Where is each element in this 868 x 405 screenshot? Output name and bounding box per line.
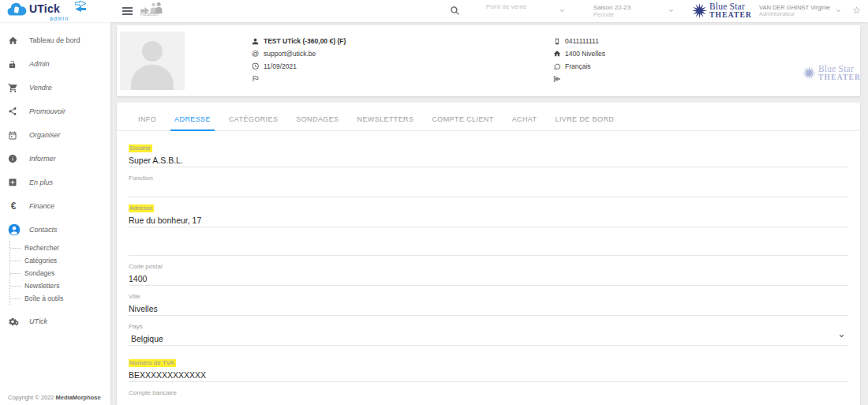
tab-livre-de-bord[interactable]: LIVRE DE BORD xyxy=(551,115,618,131)
cloud-icon xyxy=(6,2,27,17)
tva-input[interactable]: BEXXXXXXXXXXXX xyxy=(129,369,848,382)
sidebar-item-label: Admin xyxy=(29,60,50,68)
speech-bubble-icon xyxy=(552,62,561,70)
tab-newsletters[interactable]: NEWSLETTERS xyxy=(354,115,418,131)
cart-icon xyxy=(8,83,19,93)
blue-star-theater-logo: Blue Star THEATER xyxy=(691,2,752,19)
fonction-field: Fonction xyxy=(129,174,848,197)
main-area: TEST UTick (-360,00 €) (F) @ support@uti… xyxy=(110,22,868,405)
tva-label: Numéro de TVA xyxy=(129,359,848,367)
sidebar-item-newsletters[interactable]: Newsletters xyxy=(10,279,110,292)
copyright: Copyright © 2022 MediaMorphose xyxy=(8,394,101,401)
user-menu[interactable]: VAN DER GHINST Virginie Administrateur xyxy=(759,4,830,17)
contact-send-row xyxy=(552,73,605,85)
sidebar-item-label: Vendre xyxy=(29,84,52,92)
contact-language-row: Français xyxy=(552,60,605,73)
code-postal-input[interactable]: 1400 xyxy=(129,273,848,286)
societe-field: Société Super A.S.B.L. xyxy=(129,144,848,167)
tab-adresse[interactable]: ADRESSE xyxy=(170,115,215,131)
person-circle-icon xyxy=(8,223,19,236)
person-icon xyxy=(251,38,260,45)
plus-square-icon xyxy=(8,178,19,187)
ville-label: Ville xyxy=(129,293,848,301)
info-icon xyxy=(8,154,19,163)
sidebar-item-tableau-de-bord[interactable]: Tableau de bord xyxy=(0,28,110,52)
pays-field: Pays Belgique xyxy=(129,323,848,346)
season-dropdown[interactable]: Saison 22-23 Periode xyxy=(593,4,672,18)
contact-detail-card: INFO ADRESSE CATÉGORIES SONDAGES NEWSLET… xyxy=(117,103,860,405)
user-name: VAN DER GHINST Virginie xyxy=(759,4,830,11)
compte-bancaire-input[interactable] xyxy=(129,399,848,405)
contact-phone-row: 0411111111 xyxy=(552,35,605,47)
adresse-input-line2[interactable] xyxy=(129,227,848,256)
ville-input[interactable]: Nivelles xyxy=(129,303,848,316)
chevron-down-icon xyxy=(838,332,845,339)
chevron-down-icon xyxy=(559,7,566,14)
sidebar-item-label: Informer xyxy=(29,155,56,163)
contact-flag-row xyxy=(251,73,346,85)
address-form: Société Super A.S.B.L. Fonction Adresse … xyxy=(117,131,860,405)
sidebar-item-boite-a-outils[interactable]: Boîte à outils xyxy=(10,292,110,305)
chevron-down-icon xyxy=(668,7,675,14)
adresse-field: Adresse Rue du bonheur, 17 xyxy=(129,204,848,256)
contact-email: support@utick.be xyxy=(264,50,316,58)
sidebar-item-label: Contacts xyxy=(29,226,58,234)
contact-date-row: 11/09/2021 xyxy=(251,60,346,73)
fonction-input[interactable] xyxy=(129,185,848,197)
compte-bancaire-field: Compte bancaire xyxy=(129,389,848,405)
point-de-vente-dropdown[interactable]: Point de vente xyxy=(486,3,565,10)
sidebar-item-label: Promouvoir xyxy=(29,107,65,115)
tab-achat[interactable]: ACHAT xyxy=(508,115,541,131)
sidebar-item-organiser[interactable]: Organiser xyxy=(0,123,110,147)
tab-compte-client[interactable]: COMPTE CLIENT xyxy=(428,115,497,131)
tab-categories[interactable]: CATÉGORIES xyxy=(225,115,282,131)
contact-email-row: @ support@utick.be xyxy=(251,47,346,60)
favorite-star-icon[interactable]: ☆ xyxy=(852,5,861,16)
societe-input[interactable]: Super A.S.B.L. xyxy=(129,155,848,167)
euro-icon: € xyxy=(8,201,19,212)
pays-select[interactable]: Belgique xyxy=(129,333,848,346)
send-icon xyxy=(552,75,561,83)
ville-field: Ville Nivelles xyxy=(129,293,848,316)
sidebar-item-rechercher[interactable]: Rechercher xyxy=(10,242,110,254)
sidebar-item-finance[interactable]: € Finance xyxy=(0,194,110,218)
contacts-subtree: Rechercher Catégories Sondages Newslette… xyxy=(9,242,110,305)
fonction-label: Fonction xyxy=(129,174,848,182)
sidebar-item-promouvoir[interactable]: Promouvoir xyxy=(0,99,110,123)
sidebar-item-en-plus[interactable]: En plus xyxy=(0,171,110,194)
reseller-button[interactable]: Reseller xyxy=(140,2,163,17)
contact-name: TEST UTick (-360,00 €) (F) xyxy=(264,37,346,45)
sidebar-item-utick[interactable]: UTick xyxy=(0,309,110,333)
blue-star-theater-watermark: Blue Star THEATER xyxy=(802,65,861,81)
sidebar: Tableau de bord Admin Vendre Promouvoir … xyxy=(0,22,110,405)
sidebar-item-categories[interactable]: Catégories xyxy=(10,254,110,267)
search-icon[interactable] xyxy=(450,6,460,16)
chevron-down-icon xyxy=(835,7,842,14)
logo-title: UTick xyxy=(29,2,60,15)
point-de-vente-placeholder: Point de vente xyxy=(486,3,565,10)
clock-icon xyxy=(251,62,260,70)
contact-name-row: TEST UTick (-360,00 €) (F) xyxy=(251,35,346,47)
sidebar-item-admin[interactable]: Admin xyxy=(0,52,110,76)
sub-item-label: Rechercher xyxy=(24,244,59,252)
adresse-input[interactable]: Rue du bonheur, 17 xyxy=(129,215,848,227)
utick-logo[interactable]: UTick admin xyxy=(6,2,69,21)
tva-field: Numéro de TVA BEXXXXXXXXXXXX xyxy=(129,359,848,382)
home-icon xyxy=(552,50,561,58)
adresse-label: Adresse xyxy=(129,204,848,212)
logo-arrows-icon xyxy=(75,1,86,12)
tab-info[interactable]: INFO xyxy=(134,115,160,131)
sidebar-item-informer[interactable]: Informer xyxy=(0,147,110,171)
topbar: UTick admin Reseller xyxy=(0,0,868,22)
logo-subtitle: admin xyxy=(50,16,69,21)
hamburger-menu-icon[interactable] xyxy=(122,6,133,17)
sidebar-item-vendre[interactable]: Vendre xyxy=(0,76,110,99)
sidebar-item-sondages[interactable]: Sondages xyxy=(10,267,110,279)
lock-icon xyxy=(8,59,19,69)
societe-label: Société xyxy=(129,144,848,152)
tab-sondages[interactable]: SONDAGES xyxy=(292,115,342,131)
tab-bar: INFO ADRESSE CATÉGORIES SONDAGES NEWSLET… xyxy=(117,103,860,131)
code-postal-label: Code postal xyxy=(129,263,848,271)
sidebar-item-contacts[interactable]: Contacts xyxy=(0,218,110,242)
mobile-phone-icon xyxy=(552,37,561,46)
